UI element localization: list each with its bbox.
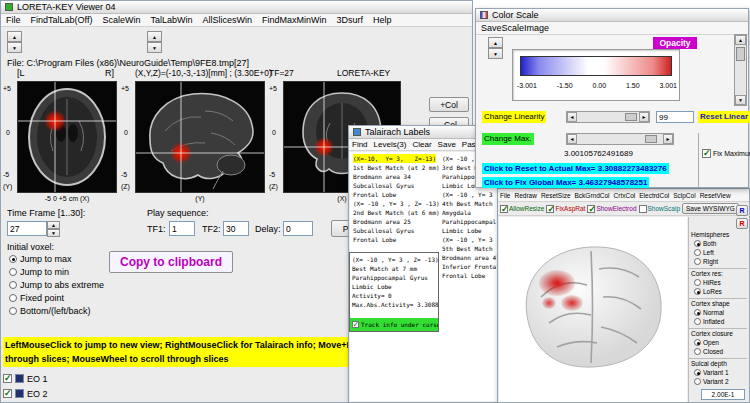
- menu-item[interactable]: TalLabWin: [145, 14, 197, 26]
- condition-row[interactable]: EO 2: [3, 386, 153, 401]
- spin-up-icon[interactable]: ▲: [488, 37, 503, 48]
- menu-item[interactable]: ScaleWin: [97, 14, 145, 26]
- opacity-scrollbar[interactable]: ▲ ▼: [734, 34, 747, 106]
- radio-icon[interactable]: [694, 309, 701, 316]
- show-scalp-toggle[interactable]: ShowScalp: [639, 205, 681, 213]
- spin-up-icon[interactable]: ▲: [47, 221, 60, 229]
- show-electrod-toggle[interactable]: ShowElectrod: [587, 205, 636, 213]
- scroll-down-icon[interactable]: ▼: [735, 95, 746, 105]
- radio-icon[interactable]: [9, 268, 17, 276]
- allow-resize-toggle[interactable]: AllowResize: [500, 205, 544, 213]
- scroll-up-icon[interactable]: ▲: [735, 35, 746, 45]
- tf2-input[interactable]: [223, 221, 249, 236]
- slice-spinner-mid[interactable]: ▲▼: [147, 31, 162, 53]
- radio-jump-to-max[interactable]: Jump to max: [9, 254, 72, 264]
- menu-item[interactable]: CrtxCol: [612, 192, 638, 199]
- radio-icon[interactable]: [694, 369, 701, 376]
- radio-open[interactable]: Open: [694, 339, 719, 346]
- menu-item[interactable]: Clear: [409, 139, 434, 150]
- fix-maximum-checkbox[interactable]: [702, 149, 711, 158]
- spin-down-icon[interactable]: ▼: [147, 42, 162, 53]
- menu-item[interactable]: ResetSize: [539, 192, 573, 199]
- spin-down-icon[interactable]: ▼: [47, 229, 60, 237]
- color-scale-titlebar[interactable]: Color Scale: [476, 9, 748, 22]
- radio-icon[interactable]: [694, 258, 701, 265]
- radio-icon[interactable]: [694, 339, 701, 346]
- linearity-scrollbar[interactable]: ◄ ►: [566, 111, 650, 123]
- time-frame-input[interactable]: [7, 221, 47, 236]
- copy-to-clipboard-button[interactable]: Copy to clipboard: [109, 251, 233, 273]
- linearity-value-input[interactable]: [656, 111, 694, 123]
- radio-fixed-point[interactable]: Fixed point: [9, 293, 64, 303]
- delay-input[interactable]: [283, 221, 313, 236]
- radio-icon[interactable]: [694, 348, 701, 355]
- radio-hires[interactable]: HiRes: [694, 279, 721, 286]
- menu-item[interactable]: Help: [368, 14, 397, 26]
- rotate-left-button[interactable]: R: [736, 205, 748, 216]
- radio-hemisphere-right[interactable]: Right: [694, 258, 718, 265]
- spin-up-icon[interactable]: ▲: [147, 31, 162, 42]
- condition-row[interactable]: EO 1: [3, 371, 153, 386]
- radio-icon[interactable]: [9, 294, 17, 302]
- radio-lores[interactable]: LoRes: [694, 288, 722, 295]
- sagittal-slice-view[interactable]: [135, 81, 265, 193]
- menu-item[interactable]: File: [498, 192, 512, 199]
- radio-icon[interactable]: [694, 318, 701, 325]
- menu-item[interactable]: SaveScaleImage: [476, 22, 554, 34]
- menu-item[interactable]: File: [1, 14, 26, 26]
- brain-3d-view[interactable]: [499, 217, 687, 402]
- loreta-viewer-titlebar[interactable]: LORETA-KEY Viewer 04: [1, 1, 472, 14]
- checkbox-icon[interactable]: [587, 205, 595, 213]
- menu-item[interactable]: SclpCol: [671, 192, 697, 199]
- radio-icon[interactable]: [694, 288, 701, 295]
- menu-item[interactable]: AllSlicesWin: [197, 14, 257, 26]
- scroll-left-icon[interactable]: ◄: [567, 112, 577, 122]
- scale-spinner[interactable]: ▲▼: [488, 37, 503, 59]
- scroll-right-icon[interactable]: ►: [663, 134, 673, 144]
- axial-slice-view[interactable]: [17, 81, 117, 193]
- radio-normal[interactable]: Normal: [694, 309, 724, 316]
- radio-inflated[interactable]: Inflated: [694, 318, 724, 325]
- menu-item[interactable]: Redraw: [512, 192, 538, 199]
- radio-icon[interactable]: [694, 378, 701, 385]
- condition-checkbox[interactable]: [3, 374, 12, 383]
- checkbox-icon[interactable]: [639, 205, 647, 213]
- radio-bottom-left-back[interactable]: Bottom/(left/back): [9, 306, 91, 316]
- checkbox-icon[interactable]: [546, 205, 554, 213]
- time-frame-spinner[interactable]: ▲▼: [47, 221, 60, 237]
- radio-jump-to-abs-extreme[interactable]: Jump to abs extreme: [9, 280, 104, 290]
- spin-down-icon[interactable]: ▼: [7, 42, 22, 53]
- tf1-input[interactable]: [169, 221, 195, 236]
- menu-item[interactable]: 3Dsurf: [331, 14, 368, 26]
- spin-down-icon[interactable]: ▼: [488, 48, 503, 59]
- menu-item[interactable]: Find: [349, 139, 371, 150]
- reset-linear-button[interactable]: Reset Linear: [698, 111, 750, 123]
- menu-item[interactable]: ElectrdCol: [637, 192, 671, 199]
- save-wysiwyg-button[interactable]: Save WYSIWYG: [682, 203, 739, 214]
- sulcal-depth-input[interactable]: [701, 389, 745, 400]
- menu-item[interactable]: Levels(3): [371, 139, 410, 150]
- menu-item[interactable]: Save: [435, 139, 459, 150]
- reset-actual-max-link[interactable]: Click to Reset to Actual Max= 3.30882273…: [482, 163, 669, 174]
- max-scrollbar[interactable]: ◄ ►: [566, 133, 674, 145]
- radio-icon[interactable]: [694, 249, 701, 256]
- radio-jump-to-min[interactable]: Jump to min: [9, 267, 69, 277]
- radio-variant-1[interactable]: Variant 1: [694, 369, 729, 376]
- radio-icon[interactable]: [694, 279, 701, 286]
- radio-icon[interactable]: [9, 307, 17, 315]
- plus-col-button[interactable]: +Col: [429, 97, 469, 112]
- scroll-right-icon[interactable]: ►: [639, 112, 649, 122]
- spin-up-icon[interactable]: ▲: [7, 31, 22, 42]
- fix-global-max-link[interactable]: Click to Fix Global Max= 3.4632794857825…: [482, 177, 649, 188]
- radio-icon[interactable]: [694, 240, 701, 247]
- slice-spinner-left[interactable]: ▲▼: [7, 31, 22, 53]
- radio-icon[interactable]: [9, 281, 17, 289]
- track-info-checkbox[interactable]: [352, 321, 359, 328]
- scroll-left-icon[interactable]: ◄: [567, 134, 577, 144]
- condition-checkbox[interactable]: [3, 389, 12, 398]
- checkbox-icon[interactable]: [500, 205, 508, 213]
- menu-item[interactable]: FindMaxMinWin: [257, 14, 332, 26]
- radio-icon[interactable]: [9, 255, 17, 263]
- menu-item[interactable]: FindTalLab(Off): [26, 14, 98, 26]
- radio-variant-2[interactable]: Variant 2: [694, 378, 729, 385]
